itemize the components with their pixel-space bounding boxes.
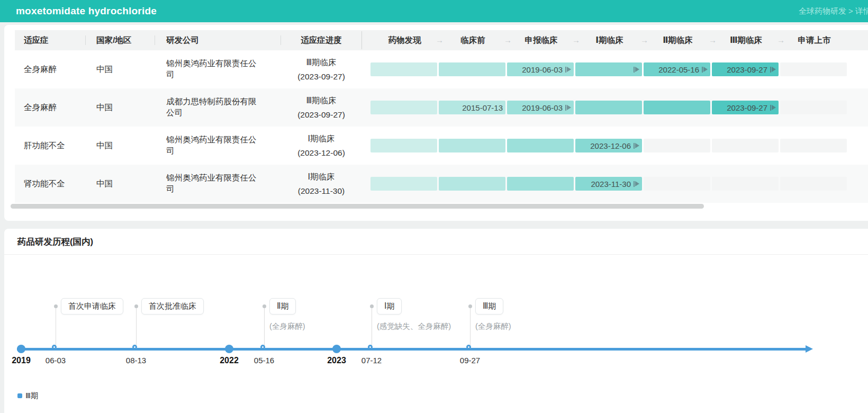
timeline-event-sublabel: (全身麻醉) [475,321,511,331]
stage-bar-empty [780,62,847,76]
breadcrumb[interactable]: 全球药物研发 > 详情 [799,6,868,16]
milestone-icon-bar [634,67,635,73]
stage-bar [575,62,642,76]
cell-company: 锦州奥鸿药业有限责任公司 [155,134,281,157]
page-title: moxetomidate hydrochloride [16,5,157,17]
stage-header-label: 药物发现 [388,35,421,44]
stage-bar-date: 2023-09-27 [727,65,767,74]
stage-bar: 2023-09-27 [712,101,779,114]
stage-bar-empty [780,139,847,152]
top-header-bar: moxetomidate hydrochloride 全球药物研发 > 详情 [0,0,868,22]
timeline-date-label: 06-03 [46,356,66,365]
timeline-stem [136,308,137,349]
col-header-indication: 适应症 [15,35,85,46]
timeline-stem-dot [263,304,266,308]
timeline-arrowhead-icon [806,345,813,353]
progress-date: (2023-11-30) [281,184,361,198]
milestone-icon [634,181,639,187]
stage-bar-date: 2019-06-03 [522,65,563,74]
stage-bar: 2023-09-27 [712,62,779,76]
stage-bar: 2019-06-03 [507,62,574,76]
milestone-icon [565,67,571,73]
col-header-country: 国家/地区 [86,35,155,46]
cell-progress: Ⅰ期临床(2023-11-30) [281,169,361,198]
stage-header-label: 申报临床 [525,35,558,44]
stage-header: Ⅰ期临床→ [575,35,644,46]
timeline-date-label: 08-13 [126,356,146,365]
timeline-event-label: 首次批准临床 [141,298,204,315]
horizontal-scrollbar-thumb[interactable] [11,204,704,209]
timeline-event-sublabel: (全身麻醉) [269,321,305,331]
stage-bars: 2023-11-30 [362,177,848,191]
milestone-icon-triangle [567,67,571,72]
timeline-stem-dot [370,304,374,308]
timeline-year-dot [225,345,233,353]
stage-bar-empty [644,177,710,191]
stage-bar: 2019-06-03 [507,101,574,114]
development-history-card: 药品研发历程(国内) Ⅲ期 2019首次申请临床06-03首次批准临床08-13… [4,229,868,413]
timeline-date-label: 05-16 [254,356,274,365]
stage-bar [507,177,574,191]
cell-country: 中国 [86,140,155,151]
cell-country: 中国 [86,102,155,113]
milestone-icon-triangle [703,67,708,72]
milestone-icon [634,143,639,149]
table-row: 肾功能不全中国锦州奥鸿药业有限责任公司Ⅰ期临床(2023-11-30)2023-… [15,165,868,203]
milestone-icon-bar [770,67,771,73]
development-timeline: Ⅲ期 2019首次申请临床06-03首次批准临床08-132022Ⅱ期(全身麻醉… [4,255,868,413]
stage-bar-date: 2019-06-03 [522,103,563,112]
cell-country: 中国 [86,64,155,75]
cell-indication: 全身麻醉 [15,102,85,113]
stage-bar: 2023-12-06 [575,139,642,152]
milestone-icon-bar [565,67,566,73]
stage-header: Ⅱ期临床→ [644,35,712,46]
stage-bar-date: 2023-12-06 [590,141,631,150]
stage-bars: 2023-12-06 [362,139,848,152]
legend-label: Ⅲ期 [25,391,39,401]
timeline-date-label: 09-27 [460,356,480,365]
stage-bar-empty [644,139,710,152]
milestone-icon [770,67,776,73]
stage-header: 申报临床→ [507,35,575,46]
timeline-event-label: Ⅰ期 [377,298,402,315]
milestone-icon-triangle [635,181,639,186]
stage-header: 申请上市 [780,35,848,46]
stage-header-label: Ⅰ期临床 [595,35,623,44]
timeline-year-dot [332,345,341,353]
timeline-legend: Ⅲ期 [17,391,39,401]
cell-company: 锦州奥鸿药业有限责任公司 [155,173,281,195]
stage-header-label: 临床前 [460,35,485,44]
timeline-stem-dot [468,304,472,308]
timeline-event-dot [132,345,137,349]
timeline-date-label: 2022 [220,356,239,365]
stage-bar-empty [712,177,779,191]
timeline-event-sublabel: (感觉缺失、全身麻醉) [377,321,451,331]
stage-bar [370,62,437,76]
section-title: 药品研发历程(国内) [4,229,868,255]
milestone-icon-bar [634,143,635,149]
indication-progress-table-card: 适应症 国家/地区 研发公司 适应症进度 药物发现→临床前→申报临床→Ⅰ期临床→… [4,25,868,221]
stage-bar [644,101,710,114]
stage-header-label: Ⅲ期临床 [730,35,762,44]
timeline-event-dot [466,345,471,349]
legend-item[interactable]: Ⅲ期 [17,391,39,401]
milestone-icon-triangle [635,67,639,72]
stage-bar [370,101,437,114]
table-row: 全身麻醉中国锦州奥鸿药业有限责任公司Ⅲ期临床(2023-09-27)2019-0… [15,50,868,88]
progress-stage: Ⅰ期临床 [281,169,361,184]
cell-indication: 肾功能不全 [15,178,85,190]
progress-date: (2023-09-27) [281,107,361,122]
timeline-event-label: Ⅲ期 [475,298,503,315]
stage-bar [575,101,642,114]
stage-bar-empty [780,177,847,191]
stage-bar [370,177,437,191]
stage-bar-date: 2022-05-16 [658,65,699,74]
stage-bar-empty [712,139,779,152]
stage-header: Ⅲ期临床→ [712,35,780,46]
stage-bars: 2015-07-132019-06-032023-09-27 [362,101,848,114]
cell-country: 中国 [86,178,155,190]
timeline-stem [372,308,372,349]
stage-bar [439,62,505,76]
stage-bar [370,139,437,152]
timeline-event-label: 首次申请临床 [61,298,123,315]
